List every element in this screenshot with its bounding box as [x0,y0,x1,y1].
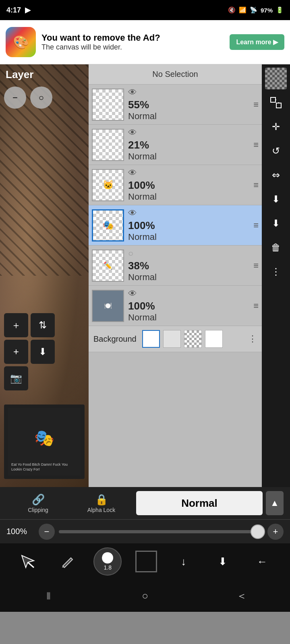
down-arrow-icon: ↓ [181,555,186,568]
brush-size-button[interactable]: 1.8 [93,547,122,576]
layer-row-3[interactable]: 3 🎭 👁 100% Normal ≡ [89,205,262,246]
opacity-plus-button[interactable]: + [267,524,284,540]
bottom-toolbar: 🔗 Clipping 🔒 Alpha Lock Normal ▲ [0,487,290,519]
layer-6-opacity: 55% [128,99,149,111]
trash-icon: 🗑 [271,242,281,253]
selection-tool-button[interactable] [15,549,41,574]
layer-3-content: 🎭 [103,220,114,231]
flip-button[interactable]: ⇅ [31,313,55,337]
flip-h-button[interactable]: ⇔ [265,164,287,186]
color-swatch-button[interactable] [135,551,157,572]
layer-3-menu[interactable]: ≡ [253,220,259,231]
chevron-up-icon: ▲ [270,498,279,508]
down-arrow-button[interactable]: ↓ [171,549,197,574]
delete-layer-button[interactable]: 🗑 [265,237,287,258]
layer-1-menu[interactable]: ≡ [253,301,259,311]
android-nav-bar: ⦀ ○ ＜ [0,580,290,612]
merge-down-button[interactable]: ⬇ [265,188,287,210]
top-nav: − ○ [4,87,52,109]
checkerboard-button[interactable] [265,68,287,89]
layer-3-thumb: 🎭 [92,209,124,242]
bg-swatch-lightgray[interactable] [163,330,181,348]
blend-mode-expand-button[interactable]: ▲ [266,491,284,515]
layer-2-menu[interactable]: ≡ [253,260,259,271]
layer-1-visibility[interactable]: 👁 [128,289,137,299]
layer-5-checker [93,130,123,160]
battery-display: 97% [261,7,273,14]
add-small-button[interactable]: + [4,340,28,364]
opacity-slider-thumb[interactable] [251,524,265,539]
layer-2-opacity: 38% [128,260,149,272]
layer-5-info: 👁 21% Normal [128,128,249,162]
layer-2-visibility[interactable]: ○ [128,248,133,259]
empty-slot [31,366,55,390]
status-right: 🔇 📶 📡 97% 🔋 [228,6,284,14]
more-options-button[interactable]: ⋮ [265,261,287,283]
svg-rect-1 [276,103,281,108]
nav-forward-button[interactable]: ○ [30,87,52,109]
layer-row-4[interactable]: 4 🐱 👁 100% Normal ≡ [89,165,262,205]
layer-5-visibility[interactable]: 👁 [128,128,137,138]
layer-row-6[interactable]: 6 👁 55% Normal ≡ [89,85,262,125]
thumbnail-inner: 🎭 Eat Yo Food Bitch Damn! Fuck You Looki… [4,405,85,479]
layer-row-2[interactable]: 2 ✏️ ○ 38% Normal ≡ [89,246,262,286]
double-down-button[interactable]: ⬇ [210,549,236,574]
layer-3-visibility[interactable]: 👁 [128,208,137,219]
layer-5-mode: Normal [128,151,157,162]
merge-button[interactable]: ⬇ [31,340,55,364]
main-wrapper: Layer − ○ 🎭 Eat Yo Food Bitch Damn! Fuck… [0,64,290,487]
left-canvas-area: 🎭 Eat Yo Food Bitch Damn! Fuck You Looki… [0,64,89,487]
bg-swatch-diagonal[interactable] [205,330,223,348]
minus-icon: − [12,93,18,103]
layer-6-menu[interactable]: ≡ [253,99,259,110]
layer-1-thumb: 🍽️ [92,290,124,322]
layer-row-1[interactable]: 1 🍽️ 👁 100% Normal ≡ [89,286,262,326]
transform-button[interactable] [265,92,287,114]
main-row: 🎭 Eat Yo Food Bitch Damn! Fuck You Looki… [0,64,290,487]
android-menu-icon: ⦀ [46,590,51,602]
double-down-icon: ⬇ [218,555,227,568]
android-menu-button[interactable]: ⦀ [32,584,64,608]
plus-small-icon: + [13,346,19,357]
learn-more-button[interactable]: Learn more ▶ [230,34,284,50]
layer-4-content: 🐱 [103,180,114,190]
camera-icon: 📷 [10,373,22,384]
alpha-lock-icon: 🔒 [95,493,108,506]
bg-swatch-checker[interactable] [184,330,202,348]
back-button[interactable]: ← [249,549,275,574]
canvas-thumbnail[interactable]: 🎭 Eat Yo Food Bitch Damn! Fuck You Looki… [4,405,85,479]
bg-more-button[interactable]: ⋮ [248,334,257,344]
layer-6-visibility[interactable]: 👁 [128,87,137,98]
move-icon: ✛ [272,121,280,132]
flatten-icon: ⬇ [272,218,280,229]
pencil-tool-button[interactable] [54,549,80,574]
opacity-value: 100% [6,527,35,536]
back-arrow-icon: ← [257,555,267,568]
signal-icon: 📡 [250,6,257,14]
layer-panel: No Selection 6 👁 55% Normal ≡ [89,64,262,487]
flatten-button[interactable]: ⬇ [265,213,287,234]
camera-button[interactable]: 📷 [4,366,28,390]
layer-4-menu[interactable]: ≡ [253,180,259,190]
drawing-toolbar: 1.8 ↓ ⬇ ← [0,543,290,580]
opacity-minus-button[interactable]: − [39,524,55,540]
alpha-lock-button[interactable]: 🔒 Alpha Lock [70,493,133,513]
android-home-button[interactable]: ○ [129,584,161,608]
add-layer-button[interactable]: ＋ [4,313,28,337]
layer-row-5[interactable]: 5 👁 21% Normal ≡ [89,125,262,165]
opacity-slider[interactable] [59,530,263,533]
clipping-button[interactable]: 🔗 Clipping [6,493,70,513]
status-bar: 4:17 ▶ 🔇 📶 📡 97% 🔋 [0,0,290,20]
blend-mode-button[interactable]: Normal [136,491,263,515]
rotate-button[interactable]: ↺ [265,140,287,162]
layer-4-visibility[interactable]: 👁 [128,168,137,178]
bg-swatch-white[interactable] [142,330,160,348]
nav-back-button[interactable]: − [4,87,26,109]
ad-text: You want to remove the Ad? The canvas wi… [41,33,224,52]
layer-5-menu[interactable]: ≡ [253,140,259,150]
move-button[interactable]: ✛ [265,116,287,138]
layer-6-mode: Normal [128,111,157,122]
android-back-button[interactable]: ＜ [226,584,258,608]
layer-3-mode: Normal [128,232,157,242]
background-label: Background [93,334,137,344]
